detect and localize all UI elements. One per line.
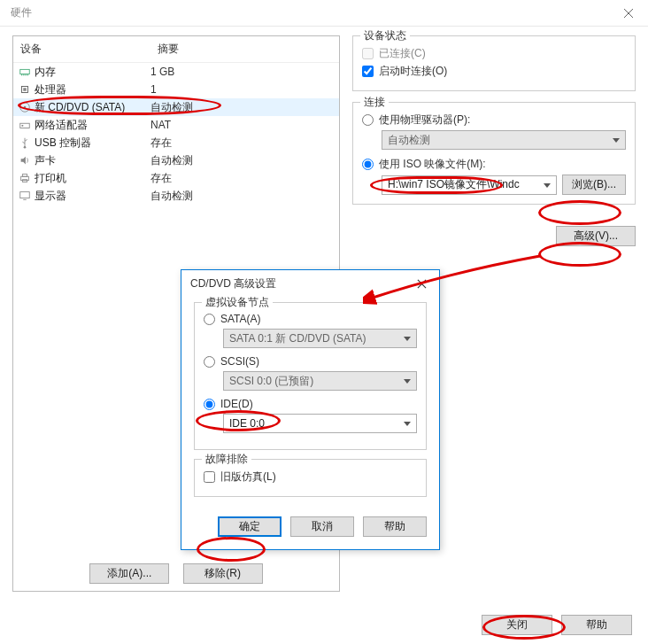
sata-radio[interactable]	[204, 314, 215, 325]
troubleshoot-group: 故障排除 旧版仿真(L)	[194, 459, 427, 497]
sata-value: SATA 0:1 新 CD/DVD (SATA)	[229, 331, 366, 346]
add-button[interactable]: 添加(A)...	[89, 563, 169, 584]
troubleshoot-legend: 故障排除	[202, 452, 251, 467]
use-physical-radio-row[interactable]: 使用物理驱动器(P):	[362, 113, 626, 128]
device-summary: 自动检测	[150, 100, 193, 115]
svg-point-4	[24, 106, 27, 109]
legacy-emu-label: 旧版仿真(L)	[220, 469, 276, 485]
device-name: USB 控制器	[35, 136, 91, 151]
memory-icon	[19, 66, 31, 78]
advanced-button[interactable]: 高级(V)...	[556, 226, 636, 246]
device-summary: 自动检测	[150, 189, 193, 204]
device-summary: 存在	[150, 136, 172, 151]
device-name: 声卡	[35, 153, 56, 168]
scsi-combo: SCSI 0:0 (已预留)	[223, 371, 417, 391]
header-device: 设备	[13, 36, 150, 62]
ide-value: IDE 0:0	[229, 417, 265, 430]
window-title: 硬件	[11, 5, 608, 20]
connected-checkbox-row: 已连接(C)	[362, 46, 626, 61]
device-row[interactable]: 打印机存在	[13, 169, 339, 187]
virtual-node-group: 虚拟设备节点 SATA(A) SATA 0:1 新 CD/DVD (SATA) …	[194, 302, 427, 450]
device-summary: 存在	[150, 171, 172, 186]
device-summary: 1	[150, 83, 157, 96]
dialog-close-button[interactable]	[404, 270, 439, 297]
svg-point-7	[24, 146, 27, 149]
device-summary: 1 GB	[150, 66, 174, 78]
physical-drive-value: 自动检测	[388, 133, 430, 148]
dialog-help-button[interactable]: 帮助	[363, 516, 427, 537]
svg-rect-9	[22, 175, 27, 177]
device-name: 新 CD/DVD (SATA)	[35, 100, 125, 115]
cpu-icon	[19, 83, 31, 96]
disc-icon	[19, 101, 31, 113]
device-summary: NAT	[150, 119, 171, 131]
device-status-group: 设备状态 已连接(C) 启动时连接(O)	[352, 35, 636, 91]
close-icon	[623, 8, 634, 19]
nic-icon	[19, 119, 31, 131]
device-name: 打印机	[35, 171, 66, 186]
close-button[interactable]: 关闭	[482, 615, 552, 635]
advanced-dialog: CD/DVD 高级设置 虚拟设备节点 SATA(A) SATA 0:1 新 CD…	[181, 269, 440, 550]
close-icon	[417, 279, 427, 289]
device-row[interactable]: 声卡自动检测	[13, 151, 339, 169]
svg-rect-0	[20, 69, 30, 74]
remove-button[interactable]: 移除(R)	[183, 563, 263, 584]
sound-icon	[19, 154, 31, 167]
connected-checkbox	[362, 48, 374, 59]
dialog-title: CD/DVD 高级设置	[190, 276, 404, 291]
dialog-titlebar: CD/DVD 高级设置	[181, 270, 439, 297]
device-list: 内存1 GB处理器1新 CD/DVD (SATA)自动检测网络适配器NATUSB…	[13, 63, 339, 205]
svg-rect-6	[22, 125, 24, 127]
titlebar: 硬件	[0, 0, 648, 27]
use-iso-radio[interactable]	[362, 159, 374, 170]
svg-rect-2	[23, 88, 27, 91]
legacy-emu-row[interactable]: 旧版仿真(L)	[204, 469, 417, 485]
device-actions: 添加(A)... 移除(R)	[13, 563, 339, 584]
use-iso-label: 使用 ISO 映像文件(M):	[379, 157, 486, 172]
device-row[interactable]: USB 控制器存在	[13, 134, 339, 151]
device-row[interactable]: 显示器自动检测	[13, 187, 339, 205]
device-status-legend: 设备状态	[360, 28, 410, 43]
connected-label: 已连接(C)	[379, 46, 426, 61]
window-close-button[interactable]	[608, 0, 648, 27]
footer-buttons: 关闭 帮助	[482, 615, 632, 635]
scsi-label: SCSI(S)	[220, 355, 259, 368]
dialog-cancel-button[interactable]: 取消	[290, 516, 354, 537]
legacy-emu-checkbox[interactable]	[204, 471, 215, 483]
sata-radio-row[interactable]: SATA(A)	[204, 313, 417, 325]
display-icon	[19, 190, 31, 202]
virtual-node-legend: 虚拟设备节点	[202, 295, 273, 310]
ide-label: IDE(D)	[220, 398, 253, 410]
use-physical-radio[interactable]	[362, 114, 374, 126]
device-name: 内存	[35, 65, 56, 80]
device-name: 显示器	[35, 189, 66, 204]
device-row[interactable]: 内存1 GB	[13, 63, 339, 81]
sata-label: SATA(A)	[220, 313, 261, 325]
printer-icon	[19, 172, 31, 184]
device-row[interactable]: 新 CD/DVD (SATA)自动检测	[13, 98, 339, 116]
connect-poweron-checkbox[interactable]	[362, 66, 374, 77]
device-row[interactable]: 网络适配器NAT	[13, 116, 339, 134]
dialog-body: 虚拟设备节点 SATA(A) SATA 0:1 新 CD/DVD (SATA) …	[181, 297, 439, 516]
device-name: 处理器	[35, 82, 66, 97]
device-name: 网络适配器	[35, 118, 88, 133]
svg-rect-11	[20, 192, 30, 198]
scsi-radio-row[interactable]: SCSI(S)	[204, 355, 417, 368]
device-row[interactable]: 处理器1	[13, 81, 339, 98]
device-header: 设备 摘要	[13, 36, 339, 63]
iso-path-combo[interactable]: H:\win7 ISO镜像文件\Windc	[382, 175, 557, 195]
physical-drive-combo: 自动检测	[382, 130, 626, 150]
connect-poweron-row[interactable]: 启动时连接(O)	[362, 64, 626, 79]
ide-combo[interactable]: IDE 0:0	[223, 414, 417, 433]
help-button[interactable]: 帮助	[561, 615, 632, 635]
ide-radio[interactable]	[204, 399, 215, 410]
connection-group: 连接 使用物理驱动器(P): 自动检测 使用 ISO 映像文件(M): H:\w…	[352, 102, 636, 205]
dialog-buttons: 确定 取消 帮助	[181, 516, 439, 549]
connection-legend: 连接	[360, 95, 389, 110]
use-iso-radio-row[interactable]: 使用 ISO 映像文件(M):	[362, 157, 626, 172]
browse-button[interactable]: 浏览(B)...	[562, 175, 626, 195]
ide-radio-row[interactable]: IDE(D)	[204, 398, 417, 410]
header-summary: 摘要	[150, 36, 186, 62]
scsi-radio[interactable]	[204, 356, 215, 368]
dialog-ok-button[interactable]: 确定	[218, 516, 282, 537]
